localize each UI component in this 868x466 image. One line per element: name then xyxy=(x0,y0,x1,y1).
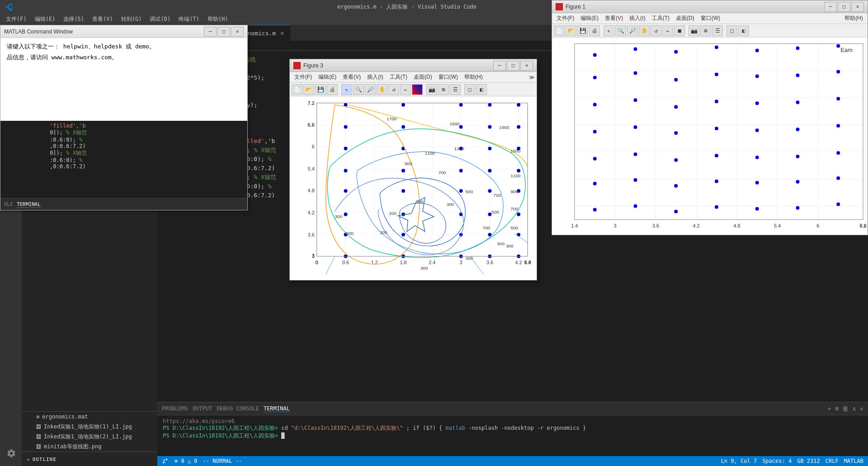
f1-tool-pan[interactable]: ✋ xyxy=(639,25,650,36)
menu-debug[interactable]: 调试(D) xyxy=(146,14,174,25)
f1-tool-grid[interactable]: ⊞ xyxy=(700,25,711,36)
tab-output[interactable]: OUTPUT xyxy=(193,405,212,412)
figure3-menu-file[interactable]: 文件(F) xyxy=(292,72,315,82)
tab-problems[interactable]: PROBLEMS xyxy=(162,405,188,412)
f1-tool-snapshot[interactable]: 📷 xyxy=(689,25,699,36)
tab-close-icon[interactable]: ✕ xyxy=(278,29,286,37)
tab-debug-console[interactable]: DEBUG CONSOLE xyxy=(217,405,259,412)
menu-file[interactable]: 文件(F) xyxy=(2,14,30,25)
fig-tool-new[interactable]: 📄 xyxy=(292,84,302,95)
f1-tool-rotate[interactable]: ↺ xyxy=(651,25,661,36)
figure3-maximize-btn[interactable]: □ xyxy=(507,61,519,71)
status-bar: ⊗ 0 △ 0 -- NORMAL -- Ln 9, Col 7 Spaces:… xyxy=(157,456,868,466)
file-item[interactable]: 🖼 minitab等值线图.png xyxy=(22,442,157,452)
terminal-content[interactable]: https://aka.ms/pscore6 PS D:\ClassIn\181… xyxy=(157,415,868,456)
fig-tool-pan[interactable]: ✋ xyxy=(377,84,387,95)
status-errors[interactable]: ⊗ 0 △ 0 xyxy=(175,458,198,464)
menu-help[interactable]: 帮助(H) xyxy=(204,14,232,25)
f1-tool-color[interactable]: ■ xyxy=(674,25,685,36)
status-spaces[interactable]: Spaces: 4 xyxy=(762,458,792,464)
figure1-maximize-btn[interactable]: □ xyxy=(838,2,850,12)
fig-tool-print[interactable]: 🖨 xyxy=(327,84,338,95)
terminal-trash-btn[interactable]: 🗑 xyxy=(842,405,849,412)
svg-point-60 xyxy=(488,169,491,172)
status-language[interactable]: MATLAB xyxy=(844,458,863,464)
fig-tool-color[interactable]: ■ xyxy=(412,84,423,95)
svg-point-58 xyxy=(401,169,405,172)
file-item[interactable]: ≡ ergonomics.mat xyxy=(22,412,157,422)
matlab-minimize-btn[interactable]: ─ xyxy=(204,27,217,37)
fig-tool-annotate[interactable]: ✏ xyxy=(400,84,411,95)
fig-tool-legend[interactable]: ☰ xyxy=(450,84,461,95)
figure1-menu-view[interactable]: 查看(V) xyxy=(602,14,626,23)
figure3-menu-view[interactable]: 查看(V) xyxy=(340,72,363,82)
svg-point-136 xyxy=(593,76,597,79)
figure3-menu-desktop[interactable]: 桌面(D) xyxy=(411,72,435,82)
fig-tool-open[interactable]: 📂 xyxy=(303,84,314,95)
fig-tool-grid[interactable]: ⊞ xyxy=(438,84,449,95)
f1-tool-3d[interactable]: ◧ xyxy=(738,25,749,36)
figure3-expand-btn[interactable]: ≫ xyxy=(529,74,535,81)
menu-view[interactable]: 查看(V) xyxy=(89,14,117,25)
figure3-menu-edit[interactable]: 编辑(E) xyxy=(316,72,339,82)
terminal-tab-bar: PROBLEMS OUTPUT DEBUG CONSOLE TERMINAL +… xyxy=(157,402,868,415)
f1-tool-2d[interactable]: □ xyxy=(726,25,737,36)
fig-tool-cursor[interactable]: ↖ xyxy=(341,84,352,95)
fig-tool-zoom-out[interactable]: 🔎 xyxy=(365,84,376,95)
svg-point-150 xyxy=(593,130,597,133)
fig-tool-rotate[interactable]: ↺ xyxy=(388,84,399,95)
f1-tool-open[interactable]: 📂 xyxy=(566,25,576,36)
figure1-close-btn[interactable]: ✕ xyxy=(851,2,864,12)
fig-tool-zoom-in[interactable]: 🔍 xyxy=(353,84,364,95)
svg-text:2.4: 2.4 xyxy=(429,260,435,265)
figure1-menu-edit[interactable]: 编辑(E) xyxy=(578,14,601,23)
figure3-close-btn[interactable]: ✕ xyxy=(520,61,533,71)
figure3-menu-insert[interactable]: 插入(I) xyxy=(364,72,386,82)
file-item[interactable]: 🖼 Inked实验1_场地实物(2)_LI.jpg xyxy=(22,432,157,442)
figure3-menu-tools[interactable]: 工具(T) xyxy=(387,72,410,82)
fig-tool-save[interactable]: 💾 xyxy=(315,84,326,95)
figure1-menu-file[interactable]: 文件(F) xyxy=(554,14,577,23)
figure1-menu-window[interactable]: 窗口(W) xyxy=(698,14,723,23)
figure3-menu-window[interactable]: 窗口(W) xyxy=(436,72,461,82)
f1-tool-annotate[interactable]: ✏ xyxy=(662,25,673,36)
f1-tool-zoom-in[interactable]: 🔍 xyxy=(615,25,626,36)
menu-goto[interactable]: 转到(G) xyxy=(118,14,146,25)
tab-ole[interactable]: OLE xyxy=(4,201,13,207)
status-eol[interactable]: CRLF xyxy=(826,458,839,464)
activity-settings[interactable] xyxy=(2,444,20,462)
f1-tool-new[interactable]: 📄 xyxy=(554,25,565,36)
figure1-minimize-btn[interactable]: ─ xyxy=(824,2,837,12)
terminal-add-btn[interactable]: + xyxy=(827,405,831,412)
matlab-maximize-btn[interactable]: □ xyxy=(217,27,230,37)
svg-text:4.2: 4.2 xyxy=(308,210,315,215)
figure1-menu-insert[interactable]: 插入(I) xyxy=(627,14,648,23)
fig-tool-2d[interactable]: □ xyxy=(464,84,475,95)
fig-tool-snapshot[interactable]: 📷 xyxy=(426,84,437,95)
terminal-split-btn[interactable]: ⊞ xyxy=(835,405,839,412)
tab-terminal-matlab[interactable]: TERMINAL xyxy=(17,201,41,208)
figure3-menu-help[interactable]: 帮助(H) xyxy=(462,72,486,82)
figure3-minimize-btn[interactable]: ─ xyxy=(493,61,506,71)
fig-tool-3d[interactable]: ◧ xyxy=(476,84,487,95)
file-item[interactable]: 🖼 Inked实验1_场地实物(1)_LI.jpg xyxy=(22,422,157,432)
tab-terminal[interactable]: TERMINAL xyxy=(264,405,290,412)
menu-terminal[interactable]: 终端(T) xyxy=(175,14,203,25)
f1-tool-save[interactable]: 💾 xyxy=(577,25,588,36)
figure1-menu-desktop[interactable]: 桌面(D) xyxy=(673,14,697,23)
terminal-close-btn[interactable]: ✕ xyxy=(860,405,863,412)
menu-edit[interactable]: 编辑(E) xyxy=(31,14,59,25)
outline-title[interactable]: ▸ OUTLINE xyxy=(22,454,157,464)
figure1-menu-help[interactable]: 帮助(H) xyxy=(842,14,866,23)
f1-tool-cursor[interactable]: ↖ xyxy=(604,25,614,36)
status-git[interactable] xyxy=(162,458,169,465)
menu-selection[interactable]: 选择(S) xyxy=(60,14,88,25)
figure1-menu-tools[interactable]: 工具(T) xyxy=(649,14,672,23)
status-encoding[interactable]: GB 2312 xyxy=(797,458,820,464)
f1-tool-zoom-out[interactable]: 🔎 xyxy=(627,25,638,36)
f1-tool-print[interactable]: 🖨 xyxy=(589,25,600,36)
terminal-up-btn[interactable]: ∧ xyxy=(852,405,856,412)
f1-tool-legend[interactable]: ☰ xyxy=(712,25,723,36)
status-position[interactable]: Ln 9, Col 7 xyxy=(721,458,757,464)
matlab-close-btn[interactable]: ✕ xyxy=(231,27,244,37)
